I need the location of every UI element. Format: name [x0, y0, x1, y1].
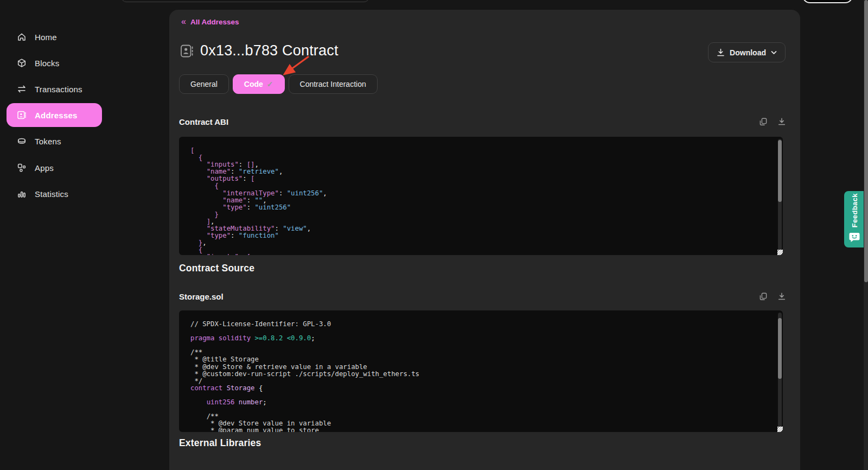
source-file-name: Storage.sol	[179, 292, 224, 301]
tab-general[interactable]: General	[179, 74, 229, 94]
source-scrollbar-thumb[interactable]	[778, 318, 782, 379]
page-title: 0x13...b783 Contract	[200, 42, 339, 59]
download-source-icon[interactable]	[778, 293, 786, 301]
contract-abi-header: Contract ABI	[179, 116, 786, 127]
sidebar-item-statistics[interactable]: Statistics	[7, 182, 102, 206]
source-file-header: Storage.sol	[179, 291, 786, 302]
tab-label: Code	[244, 80, 263, 88]
abi-resize-handle[interactable]	[777, 250, 783, 255]
copy-icon[interactable]	[760, 293, 767, 301]
sidebar-item-tokens[interactable]: Tokens	[7, 129, 102, 153]
contract-abi-code: [ { "inputs": [], "name": "retrieve", "o…	[179, 137, 783, 255]
back-link-label: All Addresses	[190, 18, 239, 26]
apps-icon	[16, 162, 27, 173]
source-code: // SPDX-License-Identifier: GPL-3.0 prag…	[179, 310, 783, 432]
sidebar-item-home[interactable]: Home	[7, 25, 102, 49]
external-libraries-heading: External Libraries	[179, 437, 261, 449]
page: Home Blocks Transactions Addresses	[0, 0, 868, 470]
page-scrollbar-track[interactable]	[864, 0, 868, 470]
source-code-block[interactable]: // SPDX-License-Identifier: GPL-3.0 prag…	[179, 310, 783, 432]
feedback-button[interactable]: Feedback	[844, 191, 865, 247]
top-right-pill-partial[interactable]	[802, 0, 853, 3]
download-icon	[717, 48, 725, 57]
sidebar-item-label: Blocks	[35, 59, 59, 68]
abi-actions	[760, 118, 786, 126]
abi-scrollbar-track[interactable]	[778, 139, 782, 251]
title-row: 0x13...b783 Contract	[180, 42, 339, 59]
contract-source-heading: Contract Source	[179, 263, 254, 274]
back-to-all-addresses-link[interactable]: « All Addresses	[181, 17, 239, 26]
abi-scrollbar-thumb[interactable]	[778, 140, 782, 202]
sidebar-item-label: Statistics	[35, 189, 68, 199]
page-scrollbar-thumb[interactable]	[864, 0, 868, 282]
main-panel: « All Addresses 0x13...b783 Contract Dow…	[169, 10, 800, 470]
blocks-icon	[16, 58, 27, 68]
contract-abi-title: Contract ABI	[179, 117, 228, 126]
feedback-chat-icon	[849, 232, 860, 243]
double-chevron-left-icon: «	[181, 17, 186, 26]
download-label: Download	[730, 48, 766, 57]
sidebar-item-label: Apps	[35, 163, 54, 173]
tab-label: Contract Interaction	[300, 80, 366, 88]
source-resize-handle[interactable]	[777, 427, 783, 432]
sidebar-item-label: Addresses	[35, 111, 78, 120]
home-icon	[16, 31, 27, 42]
sidebar-item-label: Tokens	[35, 137, 61, 146]
sidebar-item-label: Transactions	[35, 85, 82, 94]
sidebar: Home Blocks Transactions Addresses	[0, 0, 167, 470]
sidebar-item-label: Home	[35, 33, 57, 42]
contract-abi-code-block[interactable]: [ { "inputs": [], "name": "retrieve", "o…	[179, 137, 783, 255]
download-abi-icon[interactable]	[778, 118, 786, 126]
tab-code[interactable]: Code ✓	[233, 74, 285, 94]
tab-label: General	[190, 80, 218, 88]
source-actions	[760, 293, 786, 301]
transactions-icon	[16, 84, 27, 94]
feedback-label: Feedback	[851, 193, 859, 227]
sidebar-item-addresses[interactable]: Addresses	[7, 103, 102, 127]
sidebar-item-apps[interactable]: Apps	[7, 156, 102, 180]
chevron-down-icon	[771, 50, 777, 55]
sidebar-item-transactions[interactable]: Transactions	[7, 77, 102, 101]
sidebar-item-blocks[interactable]: Blocks	[7, 51, 102, 75]
copy-icon[interactable]	[760, 118, 767, 126]
source-scrollbar-track[interactable]	[778, 313, 782, 428]
verified-check-icon: ✓	[267, 80, 273, 88]
tokens-icon	[16, 136, 27, 147]
contract-card-icon	[180, 43, 194, 59]
statistics-icon	[16, 188, 27, 199]
tab-bar: General Code ✓ Contract Interaction	[179, 74, 378, 94]
download-button[interactable]: Download	[708, 42, 786, 62]
tab-contract-interaction[interactable]: Contract Interaction	[289, 74, 378, 94]
addresses-icon	[16, 110, 27, 120]
